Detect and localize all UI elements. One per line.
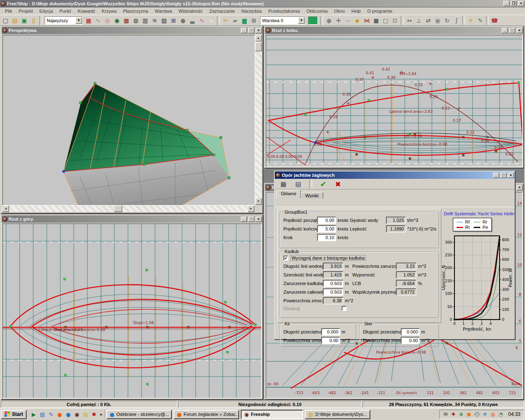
task-freeship[interactable]: ◉Freeship bbox=[241, 410, 303, 419]
normals-icon[interactable]: ∿ bbox=[207, 16, 216, 25]
deck-line-icon[interactable]: ▃ bbox=[188, 16, 197, 25]
total-draft-field[interactable]: 0.503 bbox=[323, 288, 343, 296]
calculate-icon[interactable]: ▦ bbox=[279, 180, 288, 189]
cancel-x-icon[interactable]: ✖ bbox=[333, 180, 342, 189]
menu-help[interactable]: Help bbox=[348, 8, 364, 14]
diagonals-icon[interactable]: ▨ bbox=[160, 16, 169, 25]
end-speed-field[interactable]: 5.00 bbox=[317, 225, 336, 233]
browser-globe-icon[interactable]: ● bbox=[64, 410, 72, 418]
develop-plates-icon[interactable]: ▰ bbox=[231, 16, 240, 25]
chevron-down-icon[interactable]: ▼ bbox=[298, 17, 305, 24]
app-close-button[interactable]: × bbox=[518, 1, 524, 6]
close-button[interactable]: × bbox=[516, 185, 523, 190]
collinear-points-icon[interactable]: ⋯ bbox=[343, 16, 352, 25]
plan-view-titlebar[interactable]: Rzut z góry. _ □ × bbox=[2, 215, 262, 223]
app-titlebar[interactable]: Free!Ship : D:\Moje dokumenty\Dysk Googl… bbox=[0, 0, 525, 7]
menu-warstwa[interactable]: Warstwa bbox=[151, 8, 175, 14]
displacement-field[interactable]: 1.052 bbox=[396, 271, 416, 278]
side-viewport[interactable]: 0.410.42KM=1,640.390.370.350.300.290.230… bbox=[266, 35, 523, 167]
minimize-button[interactable]: _ bbox=[502, 28, 508, 33]
print-icon[interactable]: ▤ bbox=[294, 180, 303, 189]
horizontal-scrollbar[interactable]: ◄ ► bbox=[2, 205, 254, 212]
flowlines-icon[interactable]: ● bbox=[178, 16, 187, 25]
media-player-icon[interactable]: ▶ bbox=[30, 410, 38, 418]
tray-antivirus-icon[interactable]: ✚ bbox=[450, 411, 457, 418]
tray-sync-icon[interactable]: ❄ bbox=[482, 411, 488, 418]
unlock-point-icon[interactable]: □ bbox=[381, 16, 390, 25]
window-side-view[interactable]: Rzut z boku. _ □ × bbox=[264, 26, 524, 169]
menu-narz-dzia[interactable]: Narzędzia bbox=[238, 8, 265, 14]
scroll-up-icon[interactable]: ▲ bbox=[255, 35, 262, 41]
fair-j-curve-icon[interactable]: ʃ bbox=[452, 16, 461, 25]
open-folder-icon[interactable]: ▤ bbox=[10, 16, 19, 25]
minimize-button[interactable]: _ bbox=[241, 217, 247, 222]
ok-check-icon[interactable]: ✔ bbox=[319, 180, 328, 189]
scroll-left-icon[interactable]: ◄ bbox=[2, 205, 9, 212]
side-view-titlebar[interactable]: Rzut z boku. _ □ × bbox=[265, 27, 523, 34]
start-speed-field[interactable]: 0.00 bbox=[317, 217, 336, 224]
dialog-maximize-button[interactable]: □ bbox=[500, 173, 507, 178]
menu-kraw-d-[interactable]: Krawędź bbox=[74, 8, 98, 14]
solid-icon[interactable]: ▣ bbox=[433, 16, 442, 25]
buttocks-icon[interactable]: ▥ bbox=[141, 16, 150, 25]
rudder-wetted-area-field[interactable]: 0.00 bbox=[401, 337, 420, 344]
stations-icon[interactable]: ◍ bbox=[131, 16, 140, 25]
edit-markers-icon[interactable]: ✎ bbox=[476, 16, 485, 25]
waterline-length-field[interactable]: 3.915 bbox=[323, 262, 343, 270]
new-plane-icon[interactable]: ◆ bbox=[353, 16, 362, 25]
hull-draft-field[interactable]: 0.503 bbox=[323, 280, 343, 287]
check-model-icon[interactable]: ◇ bbox=[103, 16, 112, 25]
wetted-surface-field[interactable]: 6.38 bbox=[323, 297, 343, 304]
unlock-all-icon[interactable]: ⊡ bbox=[390, 16, 399, 25]
menu-plik[interactable]: Plik bbox=[2, 8, 16, 14]
waterline-beam-field[interactable]: 1.415 bbox=[323, 271, 343, 278]
menu-obliczenia[interactable]: Obliczenia bbox=[303, 8, 331, 14]
maximize-button[interactable]: □ bbox=[248, 28, 254, 33]
water-density-field[interactable]: 1.025 bbox=[386, 217, 406, 224]
scroll-down-icon[interactable]: ▼ bbox=[255, 198, 262, 205]
documents-icon[interactable]: ▤ bbox=[38, 410, 46, 418]
fair-curve-icon[interactable]: ∿ bbox=[94, 16, 103, 25]
extract-data-checkbox[interactable]: ✔ bbox=[283, 256, 288, 260]
menu-krzywa[interactable]: Krzywa bbox=[98, 8, 120, 14]
tray-orange-icon[interactable]: ◍ bbox=[489, 411, 496, 418]
task-mail[interactable]: ●Odebrane - strzeleccy@... bbox=[106, 410, 172, 419]
close-button[interactable]: × bbox=[256, 28, 262, 33]
exit-door-icon[interactable]: ▯ bbox=[29, 16, 38, 25]
maximize-button[interactable]: □ bbox=[509, 28, 515, 33]
minimize-button[interactable]: _ bbox=[241, 28, 247, 33]
tray-weather-icon[interactable]: ● bbox=[466, 411, 472, 418]
maximize-button[interactable]: □ bbox=[248, 217, 254, 222]
hydrostatics-calculator-icon[interactable]: ⊞ bbox=[169, 16, 178, 25]
step-field[interactable]: 0.10 bbox=[317, 234, 336, 241]
app-restore-button[interactable]: ❐ bbox=[511, 1, 517, 6]
chevron-down-icon[interactable]: ▼ bbox=[75, 17, 82, 24]
notes-icon[interactable]: ✎ bbox=[47, 410, 55, 418]
task-forum[interactable]: ●Forum żeglarskie » Zobac... bbox=[173, 410, 239, 419]
precision-combobox[interactable]: Najwyższy ▼ bbox=[45, 16, 82, 25]
shade-model-icon[interactable]: ◉ bbox=[112, 16, 121, 25]
estimate-checkbox[interactable] bbox=[342, 306, 347, 311]
project-icon[interactable]: ⊥ bbox=[414, 16, 423, 25]
new-file-icon[interactable]: ▢ bbox=[1, 16, 10, 25]
vertical-scrollbar[interactable]: ▲ ▼ bbox=[255, 35, 262, 205]
tab-glowne[interactable]: Główne bbox=[276, 190, 301, 199]
fax-phone-icon[interactable]: ☎ bbox=[490, 16, 499, 25]
keel-chord-field[interactable]: 0.000 bbox=[321, 328, 340, 336]
keel-wetted-area-field[interactable]: 0.00 bbox=[321, 337, 340, 344]
menu-przekszta-cenia[interactable]: Przekształcenia bbox=[265, 8, 303, 14]
dialog-titlebar[interactable]: Opór jachtów żaglowych _ □ × bbox=[275, 171, 515, 179]
layer-color-swatch[interactable] bbox=[308, 16, 318, 25]
task-explorer[interactable]: ▤D:\Moje dokumenty\Dys... bbox=[305, 410, 370, 419]
interior-edges-icon[interactable]: ▩ bbox=[122, 16, 131, 25]
window-plan-view[interactable]: Rzut z góry. _ □ × bbox=[1, 215, 263, 400]
layer-combobox[interactable]: Warstwa 0 ▼ bbox=[260, 16, 305, 25]
quick-launch-overflow-icon[interactable]: » bbox=[99, 412, 103, 417]
tray-update-icon[interactable]: ⊕ bbox=[458, 411, 465, 418]
app-minimize-button[interactable]: _ bbox=[503, 1, 509, 6]
insert-plane-icon[interactable]: ⇄ bbox=[424, 16, 433, 25]
freeship-shortcut-icon[interactable]: ◉ bbox=[73, 410, 81, 418]
perspective-viewport[interactable] bbox=[2, 35, 255, 205]
viscosity-field[interactable]: 1.1890 bbox=[386, 225, 406, 233]
mirror-planes-icon[interactable]: ⋈ bbox=[362, 16, 371, 25]
